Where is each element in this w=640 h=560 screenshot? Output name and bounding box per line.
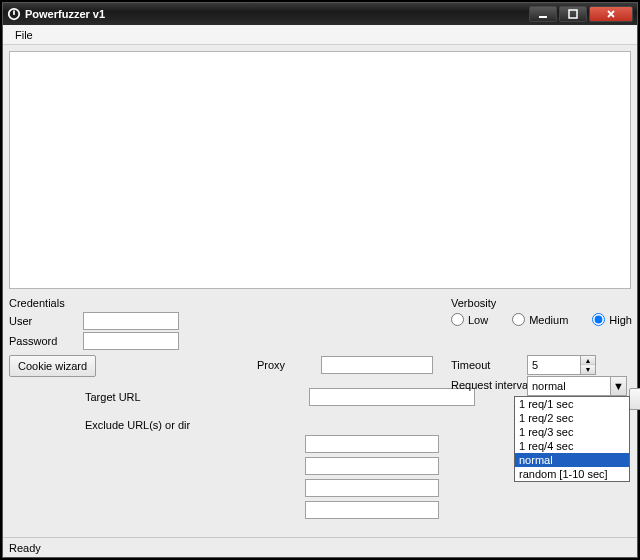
verbosity-radio-group: Low Medium High xyxy=(451,313,632,326)
exclude-input-1[interactable] xyxy=(305,435,439,453)
exclude-input-2[interactable] xyxy=(305,457,439,475)
request-interval-label: Request interval xyxy=(451,379,531,391)
chevron-down-icon: ▼ xyxy=(613,380,624,392)
interval-option-4[interactable]: normal xyxy=(515,453,629,467)
timeout-label: Timeout xyxy=(451,359,490,371)
svg-rect-1 xyxy=(13,11,15,15)
window-buttons xyxy=(529,6,633,22)
menubar: File xyxy=(3,25,637,45)
verbosity-medium[interactable]: Medium xyxy=(512,313,568,326)
verbosity-low-label: Low xyxy=(468,314,488,326)
cookie-wizard-button[interactable]: Cookie wizard xyxy=(9,355,96,377)
verbosity-high[interactable]: High xyxy=(592,313,632,326)
exclude-input-4[interactable] xyxy=(305,501,439,519)
go-button[interactable] xyxy=(629,388,640,410)
close-button[interactable] xyxy=(589,6,633,22)
user-input[interactable] xyxy=(83,312,179,330)
verbosity-medium-radio[interactable] xyxy=(512,313,525,326)
request-interval-input[interactable] xyxy=(527,376,611,396)
verbosity-high-label: High xyxy=(609,314,632,326)
verbosity-low-radio[interactable] xyxy=(451,313,464,326)
app-icon xyxy=(7,7,21,21)
interval-option-0[interactable]: 1 req/1 sec xyxy=(515,397,629,411)
interval-option-3[interactable]: 1 req/4 sec xyxy=(515,439,629,453)
output-pane[interactable] xyxy=(9,51,631,289)
user-label: User xyxy=(9,315,32,327)
password-label: Password xyxy=(9,335,57,347)
target-url-label: Target URL xyxy=(85,391,141,403)
verbosity-low[interactable]: Low xyxy=(451,313,488,326)
exclude-label: Exclude URL(s) or dir xyxy=(85,419,190,431)
proxy-label: Proxy xyxy=(257,359,285,371)
exclude-input-3[interactable] xyxy=(305,479,439,497)
request-interval-combo: ▼ xyxy=(527,376,627,396)
status-text: Ready xyxy=(9,542,41,554)
timeout-spin-buttons: ▲ ▼ xyxy=(581,355,596,375)
verbosity-section-label: Verbosity xyxy=(451,297,496,309)
verbosity-high-radio[interactable] xyxy=(592,313,605,326)
credentials-section-label: Credentials xyxy=(9,297,65,309)
timeout-spin-down[interactable]: ▼ xyxy=(581,365,595,374)
maximize-button[interactable] xyxy=(559,6,587,22)
form-area: Credentials User Password Cookie wizard … xyxy=(9,297,631,537)
request-interval-dropdown-button[interactable]: ▼ xyxy=(611,376,627,396)
interval-option-5[interactable]: random [1-10 sec] xyxy=(515,467,629,481)
interval-option-1[interactable]: 1 req/2 sec xyxy=(515,411,629,425)
password-input[interactable] xyxy=(83,332,179,350)
proxy-input[interactable] xyxy=(321,356,433,374)
svg-rect-2 xyxy=(539,16,547,18)
client-area: Credentials User Password Cookie wizard … xyxy=(3,45,637,537)
titlebar: Powerfuzzer v1 xyxy=(3,3,637,25)
svg-rect-3 xyxy=(569,10,577,18)
app-window: Powerfuzzer v1 File Credentials User Pas… xyxy=(2,2,638,558)
menu-file[interactable]: File xyxy=(9,27,39,43)
statusbar: Ready xyxy=(3,537,637,557)
interval-option-2[interactable]: 1 req/3 sec xyxy=(515,425,629,439)
request-interval-dropdown: 1 req/1 sec 1 req/2 sec 1 req/3 sec 1 re… xyxy=(514,396,630,482)
timeout-spin-up[interactable]: ▲ xyxy=(581,356,595,365)
window-title: Powerfuzzer v1 xyxy=(25,8,529,20)
minimize-button[interactable] xyxy=(529,6,557,22)
verbosity-medium-label: Medium xyxy=(529,314,568,326)
timeout-input[interactable] xyxy=(527,355,581,375)
timeout-spinner: ▲ ▼ xyxy=(527,355,596,375)
